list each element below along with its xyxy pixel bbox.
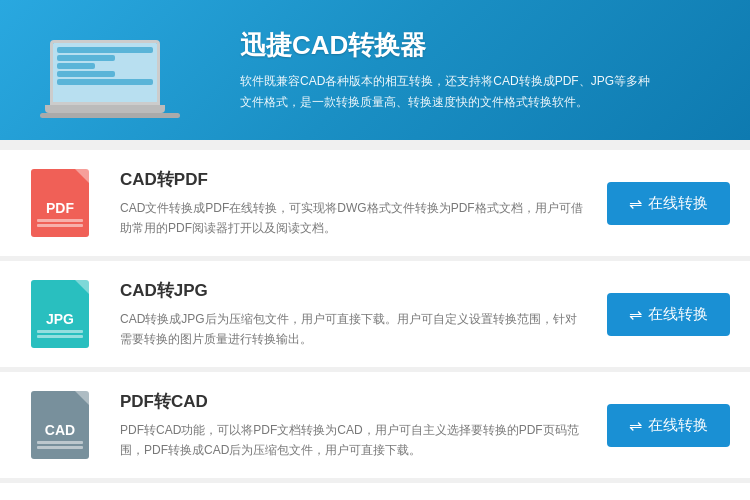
convert-icon-cad-gray: ⇌ (629, 416, 642, 435)
item-icon-cad-gray: CAD (20, 390, 100, 460)
icon-label-jpg: JPG (46, 311, 74, 327)
items-container: PDF CAD转PDF CAD文件转换成PDF在线转换，可实现将DWG格式文件转… (0, 140, 750, 500)
convert-label-pdf: 在线转换 (648, 194, 708, 213)
item-desc-jpg: CAD转换成JPG后为压缩包文件，用户可直接下载。用户可自定义设置转换范围，针对… (120, 310, 587, 348)
item-desc-cad-gray: PDF转CAD功能，可以将PDF文档转换为CAD，用户可自主义选择要转换的PDF… (120, 421, 587, 459)
convert-btn-cad-gray[interactable]: ⇌ 在线转换 (607, 404, 730, 447)
item-content-cad-gray: PDF转CAD PDF转CAD功能，可以将PDF文档转换为CAD，用户可自主义选… (120, 390, 607, 459)
convert-btn-jpg[interactable]: ⇌ 在线转换 (607, 293, 730, 336)
icon-label-pdf: PDF (46, 200, 74, 216)
header-text: 迅捷CAD转换器 软件既兼容CAD各种版本的相互转换，还支持将CAD转换成PDF… (240, 28, 660, 112)
item-title-cad-gray: PDF转CAD (120, 390, 587, 413)
icon-label-cad-gray: CAD (45, 422, 75, 438)
convert-label-cad-gray: 在线转换 (648, 416, 708, 435)
item-icon-jpg: JPG (20, 279, 100, 349)
item-pdf-to-cad: CAD PDF转CAD PDF转CAD功能，可以将PDF文档转换为CAD，用户可… (0, 372, 750, 478)
convert-label-jpg: 在线转换 (648, 305, 708, 324)
convert-icon-jpg: ⇌ (629, 305, 642, 324)
header-description: 软件既兼容CAD各种版本的相互转换，还支持将CAD转换成PDF、JPG等多种文件… (240, 71, 660, 112)
convert-icon-pdf: ⇌ (629, 194, 642, 213)
item-desc-pdf: CAD文件转换成PDF在线转换，可实现将DWG格式文件转换为PDF格式文档，用户… (120, 199, 587, 237)
item-icon-pdf: PDF (20, 168, 100, 238)
header-illustration (30, 20, 210, 120)
item-title-pdf: CAD转PDF (120, 168, 587, 191)
item-content-jpg: CAD转JPG CAD转换成JPG后为压缩包文件，用户可直接下载。用户可自定义设… (120, 279, 607, 348)
header-title: 迅捷CAD转换器 (240, 28, 660, 63)
item-cad-to-pdf: PDF CAD转PDF CAD文件转换成PDF在线转换，可实现将DWG格式文件转… (0, 150, 750, 256)
item-title-jpg: CAD转JPG (120, 279, 587, 302)
item-content-pdf: CAD转PDF CAD文件转换成PDF在线转换，可实现将DWG格式文件转换为PD… (120, 168, 607, 237)
item-cad-to-jpg: JPG CAD转JPG CAD转换成JPG后为压缩包文件，用户可直接下载。用户可… (0, 261, 750, 367)
item-cad-version: CAD CAD版本转换 CAD版本转换，可以将CAD文件转成更低或者更高的版本，… (0, 483, 750, 500)
header-section: 迅捷CAD转换器 软件既兼容CAD各种版本的相互转换，还支持将CAD转换成PDF… (0, 0, 750, 140)
convert-btn-pdf[interactable]: ⇌ 在线转换 (607, 182, 730, 225)
app-container: 迅捷CAD转换器 软件既兼容CAD各种版本的相互转换，还支持将CAD转换成PDF… (0, 0, 750, 500)
